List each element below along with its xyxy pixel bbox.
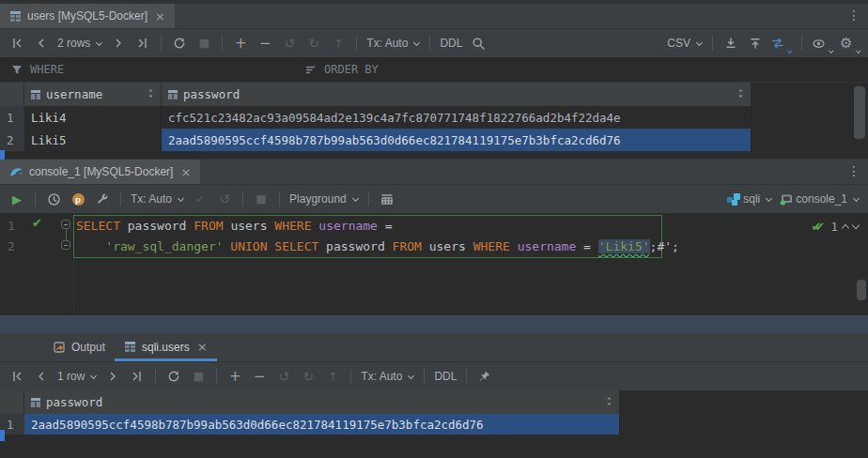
toolbar-separator bbox=[801, 36, 802, 51]
submit-button[interactable]: ↑ bbox=[321, 365, 344, 388]
settings-button[interactable]: ⚙ bbox=[837, 32, 862, 54]
tx-mode-dropdown[interactable]: Tx: Auto bbox=[364, 32, 423, 54]
previous-problem-icon[interactable] bbox=[842, 224, 849, 232]
submit-button[interactable]: ↑ bbox=[327, 32, 349, 54]
column-header-password[interactable]: password bbox=[24, 390, 620, 414]
tab-console[interactable]: console_1 [MySQL5-Docker] × bbox=[0, 160, 200, 184]
rollback-button[interactable]: ↺ bbox=[213, 188, 236, 210]
page-size-dropdown[interactable]: 1 row bbox=[54, 365, 100, 388]
where-filter[interactable]: WHERE bbox=[0, 63, 305, 76]
fold-marker[interactable] bbox=[61, 220, 70, 229]
add-row-button[interactable]: + bbox=[224, 365, 246, 388]
stop-button[interactable]: ■ bbox=[250, 188, 272, 210]
order-by-filter[interactable]: ORDER BY bbox=[305, 63, 379, 76]
redo-button[interactable]: ↻ bbox=[302, 32, 325, 54]
sql-indent bbox=[76, 239, 105, 253]
grid-scrollbar-thumb[interactable] bbox=[854, 86, 865, 139]
corner-header-cell[interactable] bbox=[0, 83, 24, 106]
export-format-dropdown[interactable]: CSV bbox=[664, 32, 705, 54]
tab-title: console_1 [MySQL5-Docker] bbox=[29, 165, 173, 178]
cell-password[interactable]: cfc521c23482ac93a09584ad2e139c4a7fc87077… bbox=[162, 106, 752, 129]
redo-button[interactable]: ↻ bbox=[297, 365, 319, 388]
stop-button[interactable]: ■ bbox=[193, 32, 215, 54]
previous-page-button[interactable] bbox=[30, 365, 53, 388]
sort-toggle-icon[interactable] bbox=[605, 395, 613, 409]
header-filler bbox=[752, 83, 868, 106]
close-icon[interactable]: × bbox=[180, 165, 191, 179]
next-problem-icon[interactable] bbox=[852, 221, 860, 229]
next-page-button[interactable] bbox=[107, 32, 130, 54]
cell-username[interactable]: Liki5 bbox=[24, 129, 162, 151]
editor-scrollbar-thumb[interactable] bbox=[857, 280, 866, 300]
more-options-icon[interactable]: ⋮ bbox=[847, 163, 860, 178]
add-row-button[interactable]: + bbox=[229, 32, 252, 54]
tab-result-grid[interactable]: sqli.users × bbox=[115, 333, 217, 361]
sort-toggle-icon[interactable] bbox=[736, 87, 745, 101]
toolbar-separator bbox=[350, 369, 351, 384]
parameters-button[interactable]: p bbox=[67, 188, 89, 210]
sort-toggle-icon[interactable] bbox=[147, 87, 155, 101]
arrow-up-icon: ↑ bbox=[328, 370, 338, 384]
more-options-icon[interactable]: ⋮ bbox=[847, 8, 860, 23]
top-editor-tab-bar: users [MySQL5-Docker] × ⋮ bbox=[0, 4, 868, 29]
run-button[interactable]: ▶ bbox=[6, 188, 28, 210]
cell-password-selected[interactable]: 2aad5890595ccf4598b787b99ab563d0d66ec821… bbox=[24, 414, 620, 435]
pin-tab-button[interactable] bbox=[473, 365, 496, 388]
commit-button[interactable]: ✓ bbox=[189, 188, 211, 210]
export-data-button[interactable] bbox=[744, 32, 767, 54]
last-page-button[interactable] bbox=[132, 32, 154, 54]
compare-button[interactable] bbox=[768, 32, 795, 54]
corner-header-cell[interactable] bbox=[0, 390, 24, 414]
toolbar-separator bbox=[429, 36, 430, 51]
row-number[interactable]: 1 bbox=[0, 106, 24, 129]
next-page-button[interactable] bbox=[101, 365, 124, 388]
cell-password-selected[interactable]: 2aad5890595ccf4598b787b99ab563d0d66ec821… bbox=[162, 129, 752, 151]
tab-output[interactable]: Output bbox=[43, 333, 115, 361]
output-icon bbox=[53, 341, 66, 354]
revert-button[interactable]: ↺ bbox=[272, 365, 295, 388]
ddl-label: DDL bbox=[440, 37, 462, 50]
delete-row-button[interactable]: − bbox=[248, 365, 271, 388]
play-icon: ▶ bbox=[12, 192, 22, 206]
in-editor-results-button[interactable] bbox=[376, 188, 398, 210]
console-panel: console_1 [MySQL5-Docker] × ⋮ ▶ p Tx: Au… bbox=[0, 160, 868, 333]
delete-row-button[interactable]: − bbox=[254, 32, 276, 54]
sql-line-1[interactable]: SELECT password FROM users WHERE usernam… bbox=[76, 216, 393, 237]
row-number[interactable]: 2 bbox=[0, 129, 24, 151]
column-header-username[interactable]: username bbox=[24, 83, 162, 106]
ddl-button[interactable]: DDL bbox=[437, 32, 465, 54]
close-icon[interactable]: × bbox=[155, 9, 165, 23]
revert-button[interactable]: ↺ bbox=[278, 32, 301, 54]
tx-mode-dropdown[interactable]: Tx: Auto bbox=[128, 188, 187, 210]
fold-marker[interactable] bbox=[61, 240, 70, 250]
find-button[interactable] bbox=[467, 32, 489, 54]
last-page-button[interactable] bbox=[126, 365, 148, 388]
inspection-widget[interactable]: ✔✔ 1 bbox=[811, 220, 859, 234]
session-switcher[interactable]: console_1 bbox=[777, 188, 862, 210]
stop-button[interactable]: ■ bbox=[187, 365, 209, 388]
sql-line-2[interactable]: 'raw_sql_danger' UNION SELECT password F… bbox=[76, 237, 679, 257]
tx-mode-dropdown[interactable]: Tx: Auto bbox=[358, 365, 417, 388]
parameter-icon: p bbox=[72, 193, 85, 206]
page-size-dropdown[interactable]: 2 rows bbox=[54, 32, 105, 54]
ddl-button[interactable]: DDL bbox=[431, 365, 459, 388]
import-data-button[interactable] bbox=[720, 32, 742, 54]
close-icon[interactable]: × bbox=[197, 340, 208, 354]
playground-dropdown[interactable]: Playground bbox=[287, 188, 362, 210]
column-header-password[interactable]: password bbox=[162, 83, 752, 106]
schema-switcher[interactable]: sqli bbox=[724, 188, 775, 210]
chevron-down-icon bbox=[829, 48, 833, 53]
refresh-button[interactable] bbox=[168, 32, 191, 54]
previous-page-button[interactable] bbox=[30, 32, 53, 54]
refresh-button[interactable] bbox=[163, 365, 185, 388]
sql-identifier: password bbox=[318, 239, 392, 253]
first-page-button[interactable] bbox=[6, 365, 28, 388]
first-page-button[interactable] bbox=[6, 32, 28, 54]
sql-editor[interactable]: 1 2 ✔ SELECT password FROM users WHERE u… bbox=[0, 213, 868, 314]
properties-button[interactable] bbox=[91, 188, 114, 210]
history-button[interactable] bbox=[42, 188, 65, 210]
cell-username[interactable]: Liki4 bbox=[24, 106, 162, 129]
view-options-button[interactable] bbox=[809, 32, 836, 54]
tab-users-grid[interactable]: users [MySQL5-Docker] × bbox=[0, 4, 175, 28]
panel-splitter[interactable] bbox=[0, 314, 868, 333]
